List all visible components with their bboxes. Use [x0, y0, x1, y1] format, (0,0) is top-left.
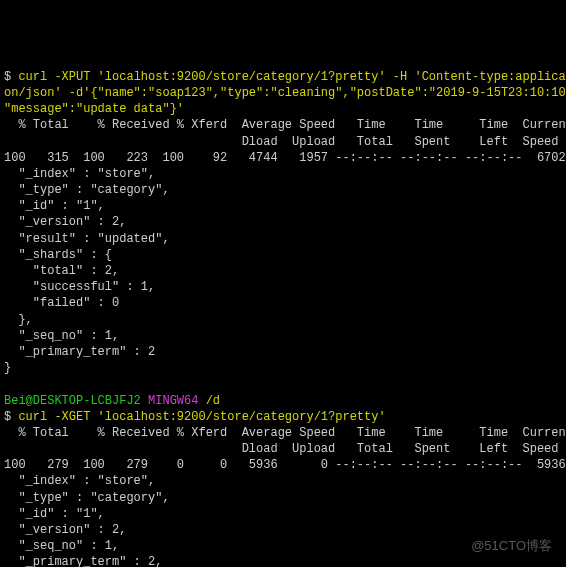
watermark: @51CTO博客 [471, 537, 552, 555]
prompt-path: /d [206, 394, 220, 408]
json-line: "result" : "updated", [4, 232, 170, 246]
prompt-user: Bei@DESKTOP-LCBJFJ2 [4, 394, 141, 408]
curl-header-2: Dload Upload Total Spent Left Speed [4, 442, 559, 456]
json-line: "_version" : 2, [4, 523, 126, 537]
curl-header-1: % Total % Received % Xferd Average Speed… [4, 118, 566, 132]
json-line: "successful" : 1, [4, 280, 155, 294]
json-line: "_id" : "1", [4, 199, 105, 213]
prompt-dollar: $ [4, 410, 18, 424]
json-line: "_type" : "category", [4, 183, 170, 197]
command-part1: curl -XPUT 'localhost:9200/store/categor… [18, 70, 566, 84]
json-line: }, [4, 313, 33, 327]
command-get: curl -XGET 'localhost:9200/store/categor… [18, 410, 385, 424]
command-part2: on/json' -d'{"name":"soap123","type":"cl… [4, 86, 566, 100]
json-line: "_index" : "store", [4, 167, 155, 181]
prompt-dollar: $ [4, 70, 18, 84]
curl-progress-row: 100 315 100 223 100 92 4744 1957 --:--:-… [4, 151, 566, 165]
json-line: "_seq_no" : 1, [4, 329, 119, 343]
command-part3: "message":"update data"}' [4, 102, 184, 116]
curl-header-1: % Total % Received % Xferd Average Speed… [4, 426, 566, 440]
json-line: } [4, 361, 11, 375]
curl-header-2: Dload Upload Total Spent Left Speed [4, 135, 559, 149]
prompt-shell: MINGW64 [141, 394, 206, 408]
json-line: "_index" : "store", [4, 474, 155, 488]
curl-progress-row: 100 279 100 279 0 0 5936 0 --:--:-- --:-… [4, 458, 566, 472]
json-line: "_seq_no" : 1, [4, 539, 119, 553]
json-line: "_id" : "1", [4, 507, 105, 521]
json-line: "_primary_term" : 2 [4, 345, 155, 359]
json-line: "_primary_term" : 2, [4, 555, 162, 567]
terminal-output: $ curl -XPUT 'localhost:9200/store/categ… [4, 69, 562, 567]
json-line: "total" : 2, [4, 264, 119, 278]
json-line: "_type" : "category", [4, 491, 170, 505]
json-line: "_version" : 2, [4, 215, 126, 229]
json-line: "failed" : 0 [4, 296, 119, 310]
json-line: "_shards" : { [4, 248, 112, 262]
